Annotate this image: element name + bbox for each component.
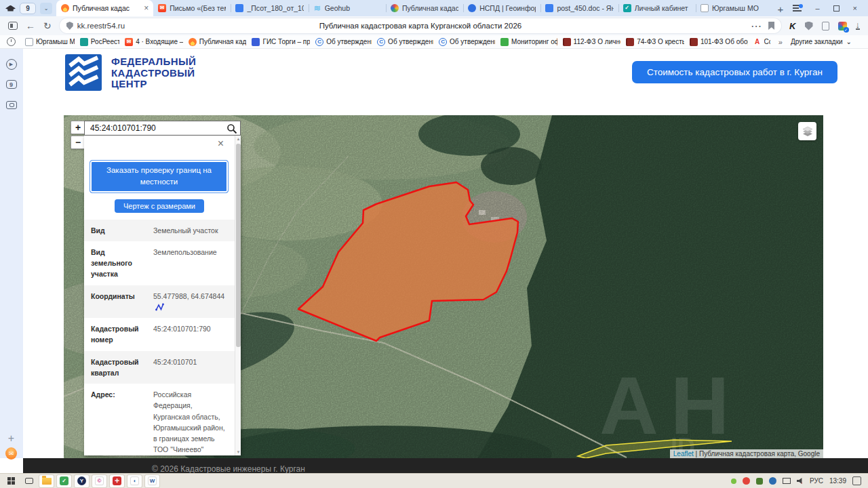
tab-yurgamysh[interactable]: Юргамыш МО — [696, 0, 773, 16]
language-indicator[interactable]: РУС — [810, 477, 823, 485]
bookmark-item[interactable]: РосРеестр — [80, 38, 119, 46]
screenshot-icon[interactable] — [5, 99, 17, 110]
bookmarks-overflow-chevron[interactable]: » — [776, 38, 785, 46]
download-icon[interactable]: ↓ — [856, 22, 861, 30]
yandex-mail-icon[interactable]: ✉ — [5, 447, 17, 459]
fkc-logo-icon[interactable] — [65, 54, 102, 91]
zoom-out-button[interactable]: − — [71, 136, 85, 149]
map-canvas[interactable]: АН ID + − — [64, 115, 823, 458]
bookmark-item[interactable]: ГИС Торги – прод — [252, 38, 310, 46]
search-icon[interactable] — [226, 123, 237, 134]
bookmark-item[interactable]: Публичная кадас — [189, 38, 247, 46]
tray-clock-icon[interactable] — [769, 477, 776, 485]
blue-app-button[interactable]: ◖ — [127, 475, 142, 487]
cryptopro-app-button[interactable]: © — [92, 475, 106, 487]
video-play-icon[interactable]: ▶ — [5, 58, 17, 70]
downloads-panel-icon[interactable] — [793, 5, 802, 12]
antivirus-app-button[interactable]: ✓ — [57, 475, 71, 487]
yandex-browser-button[interactable]: Y — [75, 475, 89, 487]
tabs-count-icon[interactable]: 9 — [5, 79, 17, 90]
cadastral-search-input[interactable] — [85, 121, 240, 135]
minimize-button[interactable]: – — [815, 4, 819, 12]
parcel-info-panel: × Заказать проверку границ на местности … — [84, 136, 241, 455]
tab-post450[interactable]: post_450.doc - Янде — [540, 0, 618, 16]
new-tab-button[interactable]: + — [773, 1, 787, 16]
site-security-shield-icon[interactable] — [66, 22, 73, 30]
tab-cadastral-map-2[interactable]: Публичная кадастр — [386, 0, 463, 16]
tab-active-cadastral-map[interactable]: Публичная кадас × — [56, 0, 153, 16]
speaker-muted-icon[interactable]: × — [797, 478, 804, 484]
tab-geohub[interactable]: ≋ Geohub — [309, 0, 386, 16]
add-panel-icon[interactable]: + — [5, 432, 17, 444]
file-explorer-button[interactable] — [39, 475, 54, 487]
bookmark-item[interactable]: CОб утверждении — [315, 38, 372, 46]
tab-counter[interactable]: 9 — [20, 3, 36, 14]
scroll-thumb[interactable] — [236, 144, 241, 347]
clipboard-extension-icon[interactable] — [822, 22, 829, 30]
red-app-button[interactable]: ✛ — [110, 475, 124, 487]
notification-center-icon[interactable] — [852, 476, 861, 485]
history-clock-icon[interactable] — [7, 37, 16, 46]
zoom-in-button[interactable]: + — [71, 121, 85, 134]
url-domain[interactable]: kk.reestr54.ru — [77, 22, 125, 30]
task-view-button[interactable] — [22, 475, 36, 487]
bookmark-flag-icon[interactable] — [768, 22, 774, 30]
colorful-extension-icon[interactable] — [838, 22, 847, 30]
bookmarks-bar: Юргамыш МО РосРеестр ✉4 · Входящие — Я П… — [0, 35, 868, 49]
consultant-favicon: C — [315, 38, 323, 46]
bookmark-item[interactable]: 74-ФЗ О крестьян — [626, 38, 684, 46]
geohub-favicon: ≋ — [313, 4, 321, 12]
cadastral-works-price-button[interactable]: Стоимость кадастровых работ в г. Курган — [632, 61, 837, 83]
tab-nspd[interactable]: НСПД | Геоинформа — [463, 0, 540, 16]
back-icon[interactable]: ← — [26, 21, 35, 30]
bookmark-item[interactable]: ✉4 · Входящие — Я — [125, 38, 183, 46]
bookmark-item[interactable]: AСс — [753, 38, 770, 46]
kaspersky-extension-icon[interactable]: K — [789, 21, 795, 31]
adblock-shield-icon[interactable] — [805, 22, 813, 30]
scroll-down-icon[interactable]: ▼ — [235, 450, 241, 454]
layers-icon — [802, 125, 814, 138]
profile-avatar-icon[interactable] — [5, 5, 16, 12]
network-icon[interactable] — [783, 478, 791, 484]
scroll-up-icon[interactable]: ▲ — [235, 137, 241, 141]
other-bookmarks-button[interactable]: Другие закладки ⌄ — [791, 38, 861, 45]
url-field[interactable]: kk.reestr54.ru Публичная кадастровая кар… — [60, 18, 781, 33]
close-window-button[interactable]: × — [853, 4, 857, 12]
route-icon[interactable] — [155, 303, 164, 311]
tab-list-chevron-icon[interactable]: ⌄ — [40, 3, 52, 14]
bookmark-item[interactable]: Юргамыш МО — [25, 38, 75, 46]
word-app-button[interactable]: W — [145, 475, 159, 487]
refresh-icon[interactable]: ↻ — [43, 21, 52, 30]
tray-red-icon[interactable] — [743, 477, 750, 485]
clock[interactable]: 13:39 — [829, 477, 846, 485]
bookmark-item[interactable]: 101-ФЗ Об оборо — [690, 38, 748, 46]
bookmark-item[interactable]: 112-ФЗ О личном — [563, 38, 621, 46]
window-controls: – × — [787, 0, 868, 16]
leaflet-link[interactable]: Leaflet — [673, 450, 694, 458]
windows-taskbar: ✓ Y © ✛ ◖ W × РУС 13:39 — [0, 473, 868, 488]
restore-button[interactable] — [833, 5, 840, 12]
dimension-drawing-button[interactable]: Чертеж с размерами — [115, 199, 204, 213]
tab-strip: Публичная кадас × ✉ Письмо «(Без темы) _… — [56, 0, 787, 16]
spark-favicon — [391, 4, 399, 12]
site-footer: © 2026 Кадастровые инженеры г. Курган — [23, 458, 868, 473]
layers-button[interactable] — [798, 122, 816, 140]
tab-document[interactable]: _Псот_180_от_10.04 — [231, 0, 308, 16]
bookmark-item[interactable]: CОб утверждении — [377, 38, 433, 46]
order-boundary-check-button[interactable]: Заказать проверку границ на местности — [90, 160, 229, 193]
tray-bug-icon[interactable] — [756, 478, 763, 485]
tray-green-icon[interactable] — [731, 479, 736, 484]
tab-personal-account[interactable]: ✓ Личный кабинет — [618, 0, 696, 16]
tab-mail[interactable]: ✉ Письмо «(Без темы) — [153, 0, 231, 16]
start-button[interactable] — [4, 475, 18, 487]
page-content: ФЕДЕРАЛЬНЫЙ КАДАСТРОВЫЙ ЦЕНТР Стоимость … — [23, 49, 868, 458]
site-logo-text[interactable]: ФЕДЕРАЛЬНЫЙ КАДАСТРОВЫЙ ЦЕНТР — [111, 56, 196, 90]
bookmark-item[interactable]: Мониторинг офо — [500, 38, 557, 46]
close-tab-icon[interactable]: × — [144, 4, 149, 12]
close-panel-icon[interactable]: × — [218, 138, 224, 149]
more-actions-icon[interactable]: ⋯ — [751, 20, 762, 33]
page-favicon — [701, 4, 709, 12]
panel-scrollbar[interactable]: ▲ ▼ — [235, 136, 241, 455]
side-panel-toggle-icon[interactable] — [8, 22, 18, 30]
bookmark-item[interactable]: CОб утверждении — [439, 38, 495, 46]
